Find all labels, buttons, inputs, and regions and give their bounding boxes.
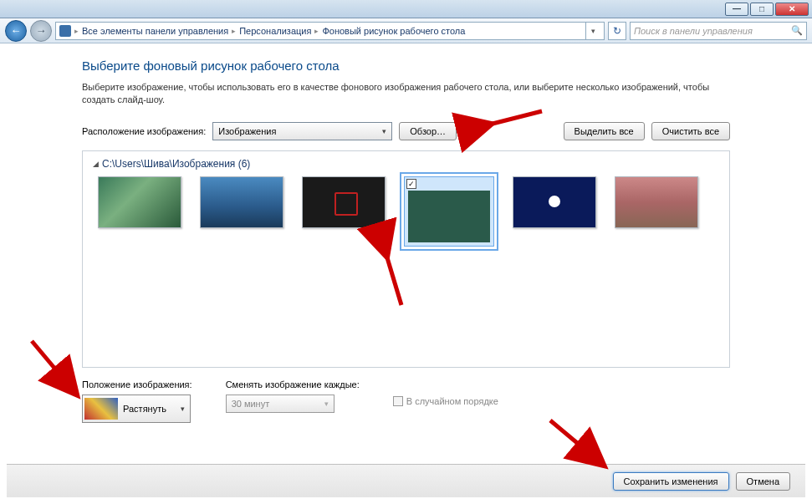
position-column: Положение изображения: Растянуть (82, 379, 192, 423)
position-swatch-icon (84, 398, 118, 420)
save-button[interactable]: Сохранить изменения (613, 472, 729, 491)
select-all-button[interactable]: Выделить все (564, 122, 645, 140)
interval-combo[interactable]: 30 минут (226, 395, 335, 413)
interval-label: Сменять изображение каждые: (226, 379, 360, 389)
refresh-button[interactable]: ↻ (608, 22, 626, 40)
window-titlebar: — □ ✕ (0, 0, 812, 18)
wallpaper-thumb[interactable] (98, 176, 181, 228)
breadcrumb-dropdown[interactable]: ▾ (585, 22, 600, 40)
breadcrumb-mid[interactable]: Персонализация (239, 26, 311, 36)
chevron-right-icon: ▸ (74, 27, 79, 35)
wallpaper-thumb[interactable] (200, 176, 283, 228)
wallpaper-thumb[interactable] (513, 176, 596, 228)
chevron-right-icon: ▸ (314, 27, 319, 35)
page-title: Выберите фоновый рисунок рабочего стола (82, 59, 730, 73)
clear-all-button[interactable]: Очистить все (651, 122, 730, 140)
dialog-footer: Сохранить изменения Отмена (7, 464, 805, 497)
breadcrumb-leaf[interactable]: Фоновый рисунок рабочего стола (322, 26, 465, 36)
maximize-button[interactable]: □ (750, 3, 774, 16)
close-button[interactable]: ✕ (775, 3, 809, 16)
shuffle-row: В случайном порядке (393, 396, 498, 406)
wallpaper-thumb[interactable] (302, 176, 386, 228)
breadcrumb-bar[interactable]: ▸ Все элементы панели управления ▸ Персо… (55, 22, 605, 40)
search-input[interactable]: Поиск в панели управления 🔍 (630, 22, 807, 40)
content-area: Выберите фоновый рисунок рабочего стола … (7, 43, 805, 497)
back-button[interactable]: ← (5, 20, 27, 42)
breadcrumb-root[interactable]: Все элементы панели управления (82, 26, 228, 36)
navigation-row: ← → ▸ Все элементы панели управления ▸ П… (0, 18, 812, 43)
browse-button[interactable]: Обзор… (399, 122, 457, 140)
thumbnail-row: ✓ (93, 176, 719, 247)
shuffle-checkbox[interactable] (393, 396, 403, 406)
chevron-right-icon: ▸ (232, 27, 236, 35)
control-panel-icon (59, 25, 71, 37)
wallpaper-thumb[interactable] (615, 176, 698, 228)
location-row: Расположение изображения: Изображения Об… (82, 122, 730, 140)
search-placeholder: Поиск в панели управления (634, 26, 753, 36)
position-combo[interactable]: Растянуть (82, 395, 191, 423)
page-description: Выберите изображение, чтобы использовать… (82, 81, 730, 107)
thumb-checkbox[interactable]: ✓ (406, 179, 416, 189)
interval-column: Сменять изображение каждые: 30 минут (226, 379, 360, 413)
collapse-triangle-icon: ◢ (93, 160, 99, 168)
shuffle-label: В случайном порядке (406, 396, 498, 406)
forward-button[interactable]: → (30, 20, 52, 42)
location-combo[interactable]: Изображения (212, 122, 392, 140)
cancel-button[interactable]: Отмена (736, 472, 790, 491)
bottom-options: Положение изображения: Растянуть Сменять… (82, 379, 730, 423)
location-label: Расположение изображения: (82, 126, 206, 136)
minimize-button[interactable]: — (725, 3, 748, 16)
image-gallery: ◢ C:\Users\Шива\Изображения (6) ✓ (82, 150, 730, 368)
group-header[interactable]: ◢ C:\Users\Шива\Изображения (6) (93, 158, 719, 170)
position-label: Положение изображения: (82, 379, 192, 389)
wallpaper-thumb-selected[interactable]: ✓ (404, 176, 494, 247)
search-icon: 🔍 (791, 25, 803, 36)
